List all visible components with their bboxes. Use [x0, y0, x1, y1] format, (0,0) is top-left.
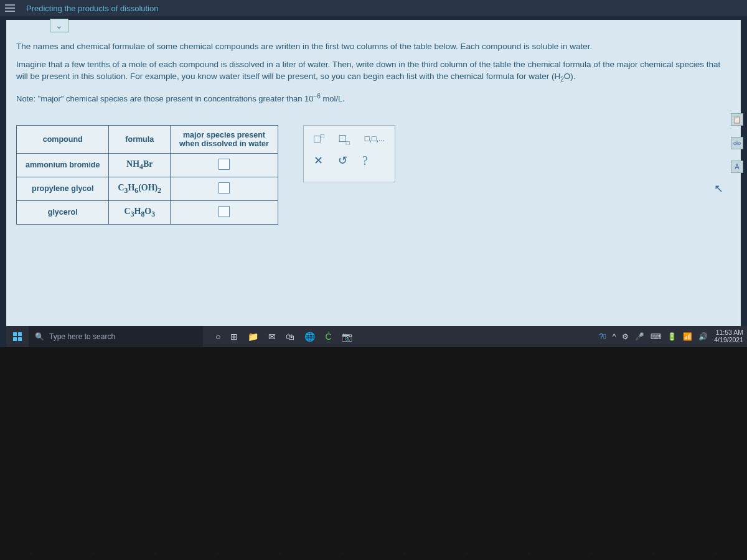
format-tool-panel: □□ □□ □,□,... ✕ ↺ ?	[303, 125, 395, 182]
formula-cell: C3H6(OH)2	[109, 177, 171, 200]
start-button[interactable]	[6, 326, 29, 347]
taskview-icon[interactable]: ⊞	[230, 332, 238, 342]
battery-icon[interactable]: 🔋	[667, 332, 677, 341]
table-row: propylene glycol C3H6(OH)2	[17, 177, 278, 200]
taskbar: 🔍 Type here to search ○ ⊞ 📁 ✉ 🛍 🌐 Ċ 📷 ?⃝…	[6, 326, 747, 347]
calculator-icon[interactable]: 📋	[731, 113, 743, 126]
periodic-table-icon[interactable]: olo	[731, 137, 743, 149]
subscript-button[interactable]: □□	[339, 132, 350, 146]
menu-icon[interactable]	[5, 4, 15, 12]
top-bar: Predicting the products of dissolution	[0, 0, 747, 16]
instructions-block: The names and chemical formulae of some …	[16, 41, 731, 111]
taskbar-apps: ○ ⊞ 📁 ✉ 🛍 🌐 Ċ 📷	[215, 332, 352, 342]
chevron-up-icon[interactable]: ^	[613, 332, 616, 341]
camera-icon[interactable]: 📷	[342, 332, 352, 342]
undo-button[interactable]: ↺	[338, 154, 347, 167]
species-input[interactable]	[218, 206, 230, 217]
collapse-chevron-icon[interactable]: ⌄	[50, 19, 68, 32]
search-input[interactable]: 🔍 Type here to search	[29, 326, 203, 347]
search-icon: 🔍	[35, 332, 44, 341]
page-title: Predicting the products of dissolution	[26, 4, 158, 13]
app-window: Predicting the products of dissolution ⌄…	[0, 0, 747, 347]
mic-icon[interactable]: 🎤	[635, 332, 644, 341]
content-panel: ⌄ The names and chemical formulae of som…	[6, 20, 741, 336]
svg-rect-3	[18, 337, 22, 341]
instructions-p2: Imagine that a few tenths of a mole of e…	[16, 59, 731, 84]
desk-area: ············	[0, 347, 747, 560]
cursor-icon: ↖	[714, 182, 723, 195]
instructions-p1: The names and chemical formulae of some …	[16, 41, 731, 53]
table-row: ammonium bromide NH4Br	[17, 153, 278, 177]
col-species: major species present when dissolved in …	[171, 125, 278, 153]
wifi-icon[interactable]: 📶	[683, 332, 692, 341]
compound-table: compound formula major species present w…	[16, 125, 278, 225]
help-button[interactable]: ?	[362, 154, 368, 168]
windows-icon	[13, 332, 22, 341]
edge-icon[interactable]: 🌐	[304, 332, 315, 342]
list-button[interactable]: □,□,...	[365, 134, 385, 144]
volume-icon[interactable]: 🔊	[698, 332, 708, 341]
species-input[interactable]	[218, 182, 230, 194]
species-input[interactable]	[218, 159, 230, 170]
text-tool-icon[interactable]: Ā	[731, 161, 743, 173]
settings-tray-icon[interactable]: ⚙	[622, 332, 629, 341]
svg-rect-1	[18, 332, 22, 336]
system-tray: ?⃝ ^ ⚙ 🎤 ⌨ 🔋 📶 🔊 11:53 AM 4/19/2021	[599, 329, 747, 343]
right-tool-strip: 📋 olo Ā	[731, 113, 743, 173]
app-icon[interactable]: Ċ	[325, 332, 331, 342]
keyboard-icon[interactable]: ⌨	[651, 332, 661, 341]
svg-rect-0	[13, 332, 17, 336]
col-formula: formula	[109, 125, 171, 153]
note-text: Note: "major" chemical species are those…	[16, 92, 345, 105]
keyboard-glow: ············	[0, 549, 747, 556]
clock[interactable]: 11:53 AM 4/19/2021	[714, 329, 743, 343]
store-icon[interactable]: 🛍	[286, 332, 294, 342]
clear-button[interactable]: ✕	[314, 154, 323, 167]
col-compound: compound	[17, 125, 109, 153]
help-tray-icon[interactable]: ?⃝	[599, 332, 606, 341]
formula-cell: NH4Br	[109, 153, 171, 177]
superscript-button[interactable]: □□	[314, 133, 324, 146]
formula-cell: C3H8O3	[109, 200, 171, 224]
explorer-icon[interactable]: 📁	[248, 332, 258, 342]
svg-rect-2	[13, 337, 17, 341]
table-row: glycerol C3H8O3	[17, 200, 278, 224]
mail-icon[interactable]: ✉	[268, 332, 276, 342]
cortana-icon[interactable]: ○	[215, 332, 220, 342]
